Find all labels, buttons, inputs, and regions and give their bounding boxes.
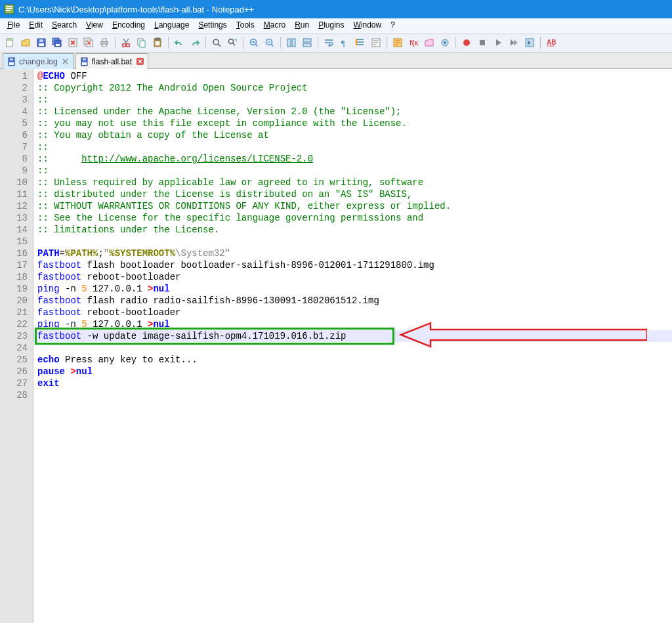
tab-label: flash-all.bat	[92, 57, 132, 66]
open-file-icon[interactable]	[18, 35, 33, 50]
toolbar-separator	[318, 37, 318, 49]
toolbar-separator	[115, 37, 116, 49]
menu-macro[interactable]: Macro	[259, 18, 290, 33]
svg-rect-16	[102, 39, 106, 41]
svg-rect-2	[6, 8, 12, 9]
menu-run[interactable]: Run	[290, 18, 314, 33]
tab-change-log[interactable]: change.log	[3, 53, 74, 69]
code-line-8[interactable]: :: http://www.apache.org/licenses/LICENS…	[37, 153, 668, 165]
copy-icon[interactable]	[135, 35, 149, 50]
print-icon[interactable]	[97, 35, 112, 50]
editor[interactable]: 1234567891011121314151617181920212223242…	[0, 69, 672, 623]
show-all-chars-icon[interactable]: ¶	[337, 35, 352, 50]
close-tab-icon[interactable]	[62, 58, 70, 66]
svg-rect-32	[303, 43, 311, 47]
svg-rect-31	[303, 39, 311, 42]
code-line-5[interactable]: :: you may not use this file except in c…	[37, 118, 668, 129]
svg-text:ABC: ABC	[547, 39, 556, 46]
window-title: C:\Users\Nick\Desktop\platform-tools\fla…	[18, 5, 254, 14]
record-macro-icon[interactable]	[459, 35, 474, 50]
code-line-2[interactable]: :: Copyright 2012 The Android Open Sourc…	[37, 82, 668, 94]
zoom-in-icon[interactable]	[247, 35, 261, 50]
svg-point-26	[229, 39, 234, 44]
svg-rect-5	[7, 39, 12, 41]
svg-rect-48	[82, 62, 87, 65]
code-line-11[interactable]: :: distributed under the License is dist…	[37, 188, 668, 200]
code-line-3[interactable]: ::	[37, 94, 668, 106]
code-line-27[interactable]: exit	[37, 377, 668, 389]
code-line-28[interactable]	[37, 389, 668, 401]
code-line-10[interactable]: :: Unless required by applicable law or …	[37, 177, 668, 188]
code-line-18[interactable]: fastboot reboot-bootloader	[37, 271, 668, 283]
tab-label: change.log	[19, 57, 58, 66]
menu-file[interactable]: File	[3, 18, 24, 33]
code-line-21[interactable]: fastboot reboot-bootloader	[37, 307, 668, 318]
close-all-icon[interactable]	[81, 35, 96, 50]
zoom-out-icon[interactable]	[262, 35, 277, 50]
find-icon[interactable]	[209, 35, 224, 50]
svg-rect-41	[480, 40, 485, 45]
menu-encoding[interactable]: Encoding	[108, 18, 150, 33]
code-line-20[interactable]: fastboot flash radio radio-sailfish-8996…	[37, 295, 668, 307]
close-tab-icon[interactable]	[136, 58, 144, 66]
code-line-25[interactable]: echo Press any key to exit...	[37, 354, 668, 366]
paste-icon[interactable]	[150, 35, 165, 50]
folder-icon[interactable]	[422, 35, 436, 50]
redo-icon[interactable]	[188, 35, 202, 50]
svg-rect-49	[83, 58, 86, 60]
svg-rect-3	[6, 10, 10, 11]
menu-view[interactable]: View	[81, 18, 108, 33]
code-line-26[interactable]: pause >nul	[37, 366, 668, 377]
code-line-4[interactable]: :: Licensed under the Apache License, Ve…	[37, 106, 668, 118]
code-line-14[interactable]: :: limitations under the License.	[37, 224, 668, 236]
svg-text:¶: ¶	[341, 38, 345, 48]
code-line-22[interactable]: ping -n 5 127.0.0.1 >nul	[37, 318, 668, 330]
stop-macro-icon[interactable]	[475, 35, 490, 50]
save-all-icon[interactable]	[50, 35, 64, 50]
replace-icon[interactable]	[225, 35, 240, 50]
tab-flash-all-bat[interactable]: flash-all.bat	[75, 53, 148, 69]
code-line-7[interactable]: ::	[37, 141, 668, 153]
code-line-17[interactable]: fastboot flash bootloader bootloader-sai…	[37, 259, 668, 271]
menu-plugins[interactable]: Plugins	[314, 18, 348, 33]
save-icon[interactable]	[34, 35, 49, 50]
monitor-icon[interactable]	[438, 35, 452, 50]
code-line-23[interactable]: fastboot -w update image-sailfish-opm4.1…	[33, 330, 672, 342]
undo-icon[interactable]	[172, 35, 186, 50]
sync-h-icon[interactable]	[300, 35, 314, 50]
toolbar-separator	[540, 37, 541, 49]
code-area[interactable]: @ECHO OFF:: Copyright 2012 The Android O…	[33, 69, 672, 623]
spellcheck-icon[interactable]: ABC	[544, 35, 558, 50]
function-list-icon[interactable]: f(x)	[406, 35, 421, 50]
svg-text:f(x): f(x)	[410, 39, 419, 47]
code-line-12[interactable]: :: WITHOUT WARRANTIES OR CONDITIONS OF A…	[37, 200, 668, 212]
menu-language[interactable]: Language	[150, 18, 194, 33]
doc-map-icon[interactable]	[390, 35, 405, 50]
svg-rect-8	[39, 39, 43, 42]
code-line-16[interactable]: PATH=%PATH%;"%SYSTEMROOT%\System32"	[37, 247, 668, 259]
menu-window[interactable]: Window	[349, 18, 387, 33]
cut-icon[interactable]	[119, 35, 133, 50]
code-line-13[interactable]: :: See the License for the specific lang…	[37, 212, 668, 224]
code-line-6[interactable]: :: You may obtain a copy of the License …	[37, 129, 668, 141]
code-line-9[interactable]: ::	[37, 165, 668, 177]
code-line-24[interactable]	[37, 342, 668, 354]
new-file-icon[interactable]	[3, 35, 17, 50]
menu-edit[interactable]: Edit	[24, 18, 47, 33]
menu-settings[interactable]: Settings	[194, 18, 231, 33]
wordwrap-icon[interactable]	[322, 35, 336, 50]
play-multi-icon[interactable]	[507, 35, 521, 50]
code-line-15[interactable]	[37, 236, 668, 247]
save-macro-icon[interactable]	[522, 35, 537, 50]
indent-guide-icon[interactable]	[353, 35, 368, 50]
close-file-icon[interactable]	[66, 35, 80, 50]
code-line-19[interactable]: ping -n 5 127.0.0.1 >nul	[37, 283, 668, 295]
user-lang-icon[interactable]	[369, 35, 383, 50]
menu-tools[interactable]: Tools	[232, 18, 259, 33]
menu-[interactable]: ?	[386, 18, 400, 33]
menu-search[interactable]: Search	[47, 18, 81, 33]
svg-rect-29	[287, 39, 291, 47]
play-macro-icon[interactable]	[491, 35, 505, 50]
code-line-1[interactable]: @ECHO OFF	[37, 70, 668, 82]
sync-v-icon[interactable]	[284, 35, 299, 50]
